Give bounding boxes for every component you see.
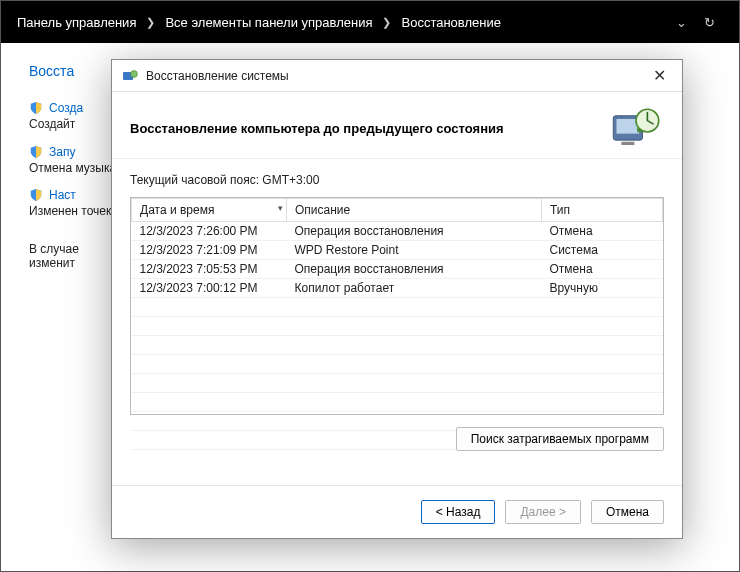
dropdown-icon[interactable]: ⌄ [667,15,695,30]
svg-point-1 [131,70,138,77]
table-cell: Операция восстановления [287,222,542,241]
column-datetime-label: Дата и время [140,203,214,217]
refresh-icon[interactable]: ↻ [695,15,723,30]
breadcrumb-bar: Панель управления ❯ Все элементы панели … [1,1,739,43]
table-row-empty: ... [132,374,663,393]
table-cell: 12/3/2023 7:00:12 PM [132,279,287,298]
table-cell: 12/3/2023 7:26:00 PM [132,222,287,241]
restore-large-icon [610,106,662,150]
table-cell: 12/3/2023 7:21:09 PM [132,241,287,260]
system-restore-dialog: Восстановление системы ✕ Восстановление … [111,59,683,539]
create-drive-link[interactable]: Созда [49,101,83,115]
column-type[interactable]: Тип [542,199,663,222]
table-cell: Копилот работает [287,279,542,298]
sort-desc-icon: ▾ [278,203,283,213]
table-cell: Отмена [542,260,663,279]
timezone-text: Текущий часовой пояс: GMT+3:00 [130,173,664,187]
table-row[interactable]: 12/3/2023 7:26:00 PMОперация восстановле… [132,222,663,241]
shield-icon [29,188,43,202]
breadcrumb-item[interactable]: Восстановление [401,15,500,30]
shield-icon [29,145,43,159]
dialog-title-text: Восстановление системы [146,69,289,83]
svg-rect-4 [621,142,634,145]
dialog-headline: Восстановление компьютера до предыдущего… [130,121,504,136]
breadcrumb-item[interactable]: Панель управления [17,15,136,30]
shield-icon [29,101,43,115]
scan-programs-button[interactable]: Поиск затрагиваемых программ [456,427,664,451]
restore-icon [122,68,138,84]
restore-points-table[interactable]: Дата и время ▾ Описание Тип 12/3/2023 7:… [130,197,664,415]
table-row-empty: ... [132,393,663,412]
table-row[interactable]: 12/3/2023 7:00:12 PMКопилот работаетВруч… [132,279,663,298]
column-description[interactable]: Описание [287,199,542,222]
dialog-titlebar: Восстановление системы ✕ [112,60,682,92]
run-restore-link[interactable]: Запу [49,145,75,159]
table-cell: Вручную [542,279,663,298]
table-row-empty: ... [132,298,663,317]
back-button[interactable]: < Назад [421,500,496,524]
table-row[interactable]: 12/3/2023 7:21:09 PMWPD Restore PointСис… [132,241,663,260]
table-row[interactable]: 12/3/2023 7:05:53 PMОперация восстановле… [132,260,663,279]
open-text: В случае [29,242,79,256]
table-cell: Отмена [542,222,663,241]
breadcrumb-item[interactable]: Все элементы панели управления [165,15,372,30]
close-button[interactable]: ✕ [647,66,672,85]
cancel-button[interactable]: Отмена [591,500,664,524]
column-datetime[interactable]: Дата и время ▾ [132,199,287,222]
table-cell: WPD Restore Point [287,241,542,260]
table-cell: Операция восстановления [287,260,542,279]
configure-restore-link[interactable]: Наст [49,188,76,202]
table-row-empty: ... [132,355,663,374]
chevron-right-icon: ❯ [146,16,155,29]
table-cell: Система [542,241,663,260]
table-row-empty: ... [132,336,663,355]
chevron-right-icon: ❯ [382,16,391,29]
table-cell: 12/3/2023 7:05:53 PM [132,260,287,279]
next-button: Далее > [505,500,581,524]
table-row-empty: ... [132,317,663,336]
